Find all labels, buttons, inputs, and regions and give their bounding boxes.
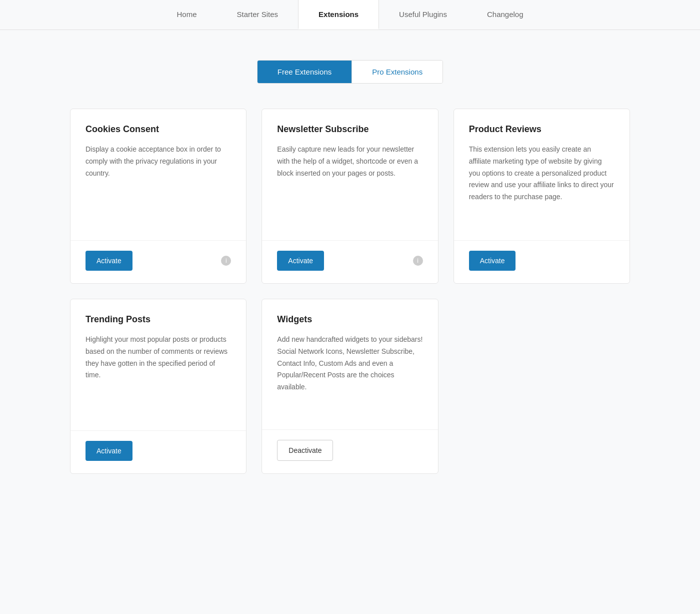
nav-item-changelog[interactable]: Changelog: [467, 0, 544, 30]
info-newsletter-subscribe-icon[interactable]: i: [413, 256, 423, 266]
activate-product-reviews-button[interactable]: Activate: [469, 251, 516, 271]
deactivate-widgets-button[interactable]: Deactivate: [277, 440, 333, 461]
card-product-reviews-description: This extension lets you easily create an…: [469, 144, 614, 203]
card-widgets-footer: Deactivate: [262, 429, 438, 473]
tab-free-extensions[interactable]: Free Extensions: [258, 61, 352, 83]
card-newsletter-subscribe-title: Newsletter Subscribe: [277, 124, 422, 135]
tab-pro-extensions[interactable]: Pro Extensions: [352, 61, 442, 83]
card-empty-slot: [454, 299, 630, 474]
card-widgets: Widgets Add new handcrafted widgets to y…: [262, 299, 438, 474]
card-widgets-content: Widgets Add new handcrafted widgets to y…: [262, 299, 438, 429]
card-trending-posts-description: Highlight your most popular posts or pro…: [86, 334, 231, 381]
nav-item-useful-plugins[interactable]: Useful Plugins: [379, 0, 467, 30]
card-cookies-consent-content: Cookies Consent Display a cookie accepta…: [70, 109, 246, 240]
card-product-reviews: Product Reviews This extension lets you …: [454, 109, 630, 284]
main-navigation: Home Starter Sites Extensions Useful Plu…: [0, 0, 700, 30]
card-newsletter-subscribe-footer: Activate i: [262, 240, 438, 283]
card-product-reviews-title: Product Reviews: [469, 124, 614, 135]
card-cookies-consent-footer: Activate i: [70, 240, 246, 283]
card-cookies-consent-title: Cookies Consent: [86, 124, 231, 135]
card-newsletter-subscribe-description: Easily capture new leads for your newsle…: [277, 144, 422, 179]
card-product-reviews-content: Product Reviews This extension lets you …: [454, 109, 630, 240]
extensions-grid-row2: Trending Posts Highlight your most popul…: [70, 299, 630, 474]
main-content: Free Extensions Pro Extensions Cookies C…: [50, 30, 650, 494]
info-cookies-consent-icon[interactable]: i: [221, 256, 231, 266]
card-cookies-consent: Cookies Consent Display a cookie accepta…: [70, 109, 246, 284]
nav-item-starter-sites[interactable]: Starter Sites: [217, 0, 298, 30]
tab-buttons-container: Free Extensions Pro Extensions: [70, 60, 630, 84]
card-product-reviews-footer: Activate: [454, 240, 630, 283]
card-newsletter-subscribe-content: Newsletter Subscribe Easily capture new …: [262, 109, 438, 240]
activate-newsletter-subscribe-button[interactable]: Activate: [277, 251, 324, 271]
card-widgets-title: Widgets: [277, 314, 422, 325]
card-widgets-description: Add new handcrafted widgets to your side…: [277, 334, 422, 393]
nav-item-extensions[interactable]: Extensions: [298, 0, 379, 30]
card-newsletter-subscribe: Newsletter Subscribe Easily capture new …: [262, 109, 438, 284]
card-cookies-consent-description: Display a cookie acceptance box in order…: [86, 144, 231, 179]
tab-btn-group: Free Extensions Pro Extensions: [257, 60, 443, 84]
extensions-grid-row1: Cookies Consent Display a cookie accepta…: [70, 109, 630, 284]
card-trending-posts: Trending Posts Highlight your most popul…: [70, 299, 246, 474]
card-trending-posts-content: Trending Posts Highlight your most popul…: [70, 299, 246, 430]
card-trending-posts-title: Trending Posts: [86, 314, 231, 325]
nav-item-home[interactable]: Home: [156, 0, 216, 30]
activate-cookies-consent-button[interactable]: Activate: [86, 251, 132, 271]
card-trending-posts-footer: Activate: [70, 430, 246, 473]
activate-trending-posts-button[interactable]: Activate: [86, 441, 132, 461]
